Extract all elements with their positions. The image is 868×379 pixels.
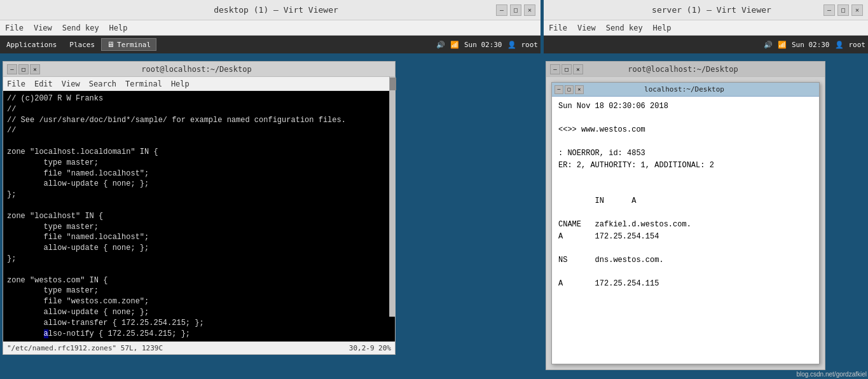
right-virt-title: server (1) – Virt Viewer	[600, 5, 823, 15]
left-term-close[interactable]: ✕	[30, 64, 40, 74]
left-terminal-controls: – □ ✕	[7, 64, 40, 74]
right-taskbar: 🔊 📶 Sun 02:30 👤 root	[544, 36, 868, 53]
terminal-taskbar-btn[interactable]: 🖥 Terminal	[101, 38, 156, 51]
right-minimize-btn[interactable]: –	[823, 4, 835, 16]
right-maximize-btn[interactable]: □	[837, 4, 849, 16]
right-inner-title: localhost:~/Desktop	[584, 85, 785, 93]
places-label: Places	[69, 41, 95, 49]
left-minimize-btn[interactable]: –	[496, 4, 507, 16]
left-term-menu-view[interactable]: View	[62, 79, 80, 88]
right-user: root	[849, 41, 866, 49]
right-inner-window: – □ ✕ localhost:~/Desktop Sun Nov 18 02:…	[551, 82, 820, 364]
left-terminal-title: root@localhost:~/Desktop	[40, 65, 353, 74]
left-taskbar: Applications Places 🖥 Terminal 🔊 📶 Sun 0…	[0, 36, 541, 53]
left-virt-title: desktop (1) – Virt Viewer	[56, 5, 496, 15]
applications-label: Applications	[6, 41, 57, 49]
left-user: root	[521, 41, 539, 49]
right-menu-file[interactable]: File	[549, 24, 567, 32]
scrollbar-thumb[interactable]	[390, 78, 396, 90]
left-maximize-btn[interactable]: □	[510, 4, 521, 16]
right-volume-icon: 🔊	[764, 41, 773, 49]
left-term-maximize[interactable]: □	[18, 64, 29, 74]
left-scrollbar[interactable]	[389, 76, 396, 317]
left-menu-view[interactable]: View	[34, 24, 52, 32]
left-close-btn[interactable]: ✕	[524, 4, 535, 16]
statusbar-file-info: "/etc/named.rfc1912.zones" 57L, 1239C	[7, 344, 163, 352]
right-virt-menubar: File View Send key Help	[544, 20, 868, 36]
right-user-icon: 👤	[835, 41, 844, 49]
terminal-taskbar-label: Terminal	[117, 41, 151, 49]
volume-icon: 🔊	[436, 41, 445, 49]
right-virt-titlebar: server (1) – Virt Viewer – □ ✕	[544, 0, 868, 20]
left-menu-sendkey[interactable]: Send key	[62, 24, 99, 32]
right-outer-controls: – □ ✕	[550, 64, 583, 74]
right-menu-help[interactable]: Help	[653, 24, 672, 32]
right-virt-controls: – □ ✕	[823, 4, 863, 16]
left-virt-titlebar: desktop (1) – Virt Viewer – □ ✕	[0, 0, 541, 20]
right-inner-close[interactable]: ✕	[575, 85, 584, 94]
right-outer-titlebar: – □ ✕ root@localhost:~/Desktop	[546, 62, 825, 77]
right-outer-title: root@localhost:~/Desktop	[583, 65, 783, 74]
right-outer-minimize[interactable]: –	[550, 64, 560, 74]
right-inner-maximize[interactable]: □	[565, 85, 574, 94]
left-term-minimize[interactable]: –	[7, 64, 17, 74]
right-outer-close[interactable]: ✕	[573, 64, 583, 74]
left-terminal-statusbar: "/etc/named.rfc1912.zones" 57L, 1239C 30…	[3, 341, 395, 354]
blog-footer: blog.csdn.net/gordzafkiel	[796, 371, 867, 378]
statusbar-position: 30,2-9 20%	[349, 344, 391, 352]
left-clock: Sun 02:30	[464, 41, 502, 49]
applications-menu[interactable]: Applications Places	[3, 39, 99, 50]
user-icon: 👤	[507, 41, 516, 49]
left-virt-controls: – □ ✕	[496, 4, 535, 16]
right-clock: Sun 02:30	[792, 41, 830, 49]
right-outer-maximize[interactable]: □	[561, 64, 572, 74]
left-term-menu-terminal[interactable]: Terminal	[125, 79, 162, 88]
terminal-icon: 🖥	[107, 40, 114, 49]
left-term-menu-file[interactable]: File	[7, 79, 25, 88]
right-outer-terminal: – □ ✕ root@localhost:~/Desktop – □ ✕ loc…	[546, 61, 825, 370]
left-menu-file[interactable]: File	[5, 24, 24, 32]
left-terminal-content[interactable]: // (c)2007 R W Franks // // See /usr/sha…	[3, 91, 395, 341]
left-term-menu-edit[interactable]: Edit	[34, 79, 53, 88]
left-term-menu-search[interactable]: Search	[89, 79, 116, 88]
left-virt-menubar: File View Send key Help	[0, 20, 541, 36]
left-taskbar-right: 🔊 📶 Sun 02:30 👤 root	[436, 41, 538, 49]
right-inner-content[interactable]: Sun Nov 18 02:30:06 2018 <<>> www.westos…	[552, 97, 819, 364]
right-menu-view[interactable]: View	[577, 24, 596, 32]
right-inner-titlebar: – □ ✕ localhost:~/Desktop	[552, 83, 819, 97]
right-menu-sendkey[interactable]: Send key	[606, 24, 643, 32]
right-taskbar-right: 🔊 📶 Sun 02:30 👤 root	[764, 41, 865, 49]
network-icon: 📶	[450, 41, 459, 49]
left-terminal-titlebar: – □ ✕ root@localhost:~/Desktop	[3, 62, 395, 77]
left-menu-help[interactable]: Help	[109, 24, 128, 32]
right-inner-controls: – □ ✕	[555, 85, 584, 94]
right-network-icon: 📶	[778, 41, 787, 49]
left-term-menu-help[interactable]: Help	[171, 79, 189, 88]
left-terminal-window: – □ ✕ root@localhost:~/Desktop File Edit…	[3, 61, 396, 355]
left-terminal-menubar: File Edit View Search Terminal Help	[3, 77, 395, 91]
right-close-btn[interactable]: ✕	[851, 4, 863, 16]
right-inner-minimize[interactable]: –	[555, 85, 563, 94]
